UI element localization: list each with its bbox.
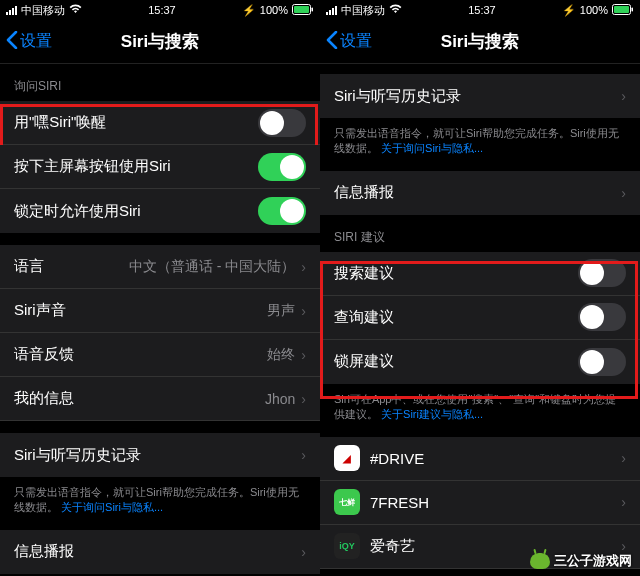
row-label: 语音反馈	[14, 345, 267, 364]
toggle-allow-locked[interactable]	[258, 197, 306, 225]
section-header-siri-suggestions: SIRI 建议	[320, 215, 640, 252]
row-hey-siri[interactable]: 用"嘿Siri"唤醒	[0, 101, 320, 145]
toggle-search-suggestions[interactable]	[578, 259, 626, 287]
chevron-right-icon: ›	[621, 450, 626, 466]
privacy-link[interactable]: 关于询问Siri与隐私...	[61, 501, 163, 513]
row-label: 按下主屏幕按钮使用Siri	[14, 157, 258, 176]
toggle-lookup-suggestions[interactable]	[578, 303, 626, 331]
row-detail: 中文（普通话 - 中国大陆）	[129, 258, 295, 276]
charging-icon: ⚡	[562, 4, 576, 17]
signal-icon	[6, 6, 17, 15]
row-lookup-suggestions[interactable]: 查询建议	[320, 296, 640, 340]
privacy-link[interactable]: 关于Siri建议与隐私...	[381, 408, 483, 420]
watermark-text: 三公子游戏网	[554, 552, 632, 570]
section-header-ask-siri: 询问SIRI	[0, 64, 320, 101]
chevron-left-icon	[6, 31, 18, 53]
status-bar: 中国移动 15:37 ⚡ 100%	[0, 0, 320, 20]
chevron-right-icon: ›	[301, 391, 306, 407]
watermark: 三公子游戏网	[530, 552, 632, 570]
row-label: Siri与听写历史记录	[334, 87, 621, 106]
row-label: 锁屏建议	[334, 352, 578, 371]
svg-rect-1	[294, 6, 309, 13]
footer-ask-siri: 只需发出语音指令，就可让Siri帮助您完成任务。Siri使用无线数据。 关于询问…	[0, 477, 320, 530]
row-label: 我的信息	[14, 389, 265, 408]
battery-percent: 100%	[580, 4, 608, 16]
battery-icon	[292, 4, 314, 17]
row-label: 7FRESH	[370, 494, 621, 511]
row-label: 信息播报	[334, 183, 621, 202]
toggle-home-button-siri[interactable]	[258, 153, 306, 181]
row-announce-messages[interactable]: 信息播报 ›	[0, 530, 320, 574]
nav-bar: 设置 Siri与搜索	[320, 20, 640, 64]
app-icon-iqiyi: iQY	[334, 533, 360, 559]
row-siri-history[interactable]: Siri与听写历史记录 ›	[0, 433, 320, 477]
back-label: 设置	[340, 31, 372, 52]
carrier-label: 中国移动	[21, 3, 65, 18]
back-label: 设置	[20, 31, 52, 52]
row-label: 信息播报	[14, 542, 301, 561]
row-detail: 始终	[267, 346, 295, 364]
row-siri-history[interactable]: Siri与听写历史记录 ›	[320, 74, 640, 118]
row-label: #DRIVE	[370, 450, 621, 467]
chevron-right-icon: ›	[301, 544, 306, 560]
status-bar: 中国移动 15:37 ⚡ 100%	[320, 0, 640, 20]
row-voice-feedback[interactable]: 语音反馈 始终 ›	[0, 333, 320, 377]
carrier-label: 中国移动	[341, 3, 385, 18]
chevron-right-icon: ›	[301, 259, 306, 275]
svg-rect-5	[631, 7, 633, 11]
footer-ask-siri: 只需发出语音指令，就可让Siri帮助您完成任务。Siri使用无线数据。 关于询问…	[320, 118, 640, 171]
nav-bar: 设置 Siri与搜索	[0, 20, 320, 64]
signal-icon	[326, 6, 337, 15]
chevron-right-icon: ›	[301, 303, 306, 319]
row-label: Siri与听写历史记录	[14, 446, 301, 465]
phone-right: 中国移动 15:37 ⚡ 100% 设置 Siri与搜索	[320, 0, 640, 576]
row-allow-locked[interactable]: 锁定时允许使用Siri	[0, 189, 320, 233]
row-lockscreen-suggestions[interactable]: 锁屏建议	[320, 340, 640, 384]
battery-percent: 100%	[260, 4, 288, 16]
row-detail: 男声	[267, 302, 295, 320]
toggle-lockscreen-suggestions[interactable]	[578, 348, 626, 376]
row-label: 搜索建议	[334, 264, 578, 283]
row-my-info[interactable]: 我的信息 Jhon ›	[0, 377, 320, 421]
svg-rect-4	[614, 6, 629, 13]
clock: 15:37	[468, 4, 496, 16]
battery-icon	[612, 4, 634, 17]
row-language[interactable]: 语言 中文（普通话 - 中国大陆） ›	[0, 245, 320, 289]
row-app-7fresh[interactable]: 七鲜 7FRESH ›	[320, 481, 640, 525]
row-label: Siri声音	[14, 301, 267, 320]
app-icon-drive: ◢	[334, 445, 360, 471]
privacy-link[interactable]: 关于询问Siri与隐私...	[381, 142, 483, 154]
row-app-drive[interactable]: ◢ #DRIVE ›	[320, 437, 640, 481]
row-search-suggestions[interactable]: 搜索建议	[320, 252, 640, 296]
svg-rect-2	[311, 7, 313, 11]
watermark-icon	[530, 553, 550, 569]
page-title: Siri与搜索	[441, 30, 519, 53]
row-label: 用"嘿Siri"唤醒	[14, 113, 258, 132]
back-button[interactable]: 设置	[326, 31, 372, 53]
wifi-icon	[69, 4, 82, 16]
row-label: 锁定时允许使用Siri	[14, 202, 258, 221]
chevron-right-icon: ›	[301, 347, 306, 363]
app-icon-7fresh: 七鲜	[334, 489, 360, 515]
charging-icon: ⚡	[242, 4, 256, 17]
clock: 15:37	[148, 4, 176, 16]
row-announce-messages[interactable]: 信息播报 ›	[320, 171, 640, 215]
back-button[interactable]: 设置	[6, 31, 52, 53]
chevron-right-icon: ›	[301, 447, 306, 463]
row-siri-voice[interactable]: Siri声音 男声 ›	[0, 289, 320, 333]
chevron-right-icon: ›	[621, 88, 626, 104]
row-label: 语言	[14, 257, 129, 276]
row-detail: Jhon	[265, 391, 295, 407]
chevron-right-icon: ›	[621, 185, 626, 201]
chevron-right-icon: ›	[621, 494, 626, 510]
row-label: 查询建议	[334, 308, 578, 327]
page-title: Siri与搜索	[121, 30, 199, 53]
wifi-icon	[389, 4, 402, 16]
toggle-hey-siri[interactable]	[258, 109, 306, 137]
row-home-button-siri[interactable]: 按下主屏幕按钮使用Siri	[0, 145, 320, 189]
chevron-left-icon	[326, 31, 338, 53]
footer-suggestions: Siri可在App中、或在您使用"搜索"、"查询"和键盘时为您提供建议。 关于S…	[320, 384, 640, 437]
phone-left: 中国移动 15:37 ⚡ 100% 设置 Siri与搜索	[0, 0, 320, 576]
